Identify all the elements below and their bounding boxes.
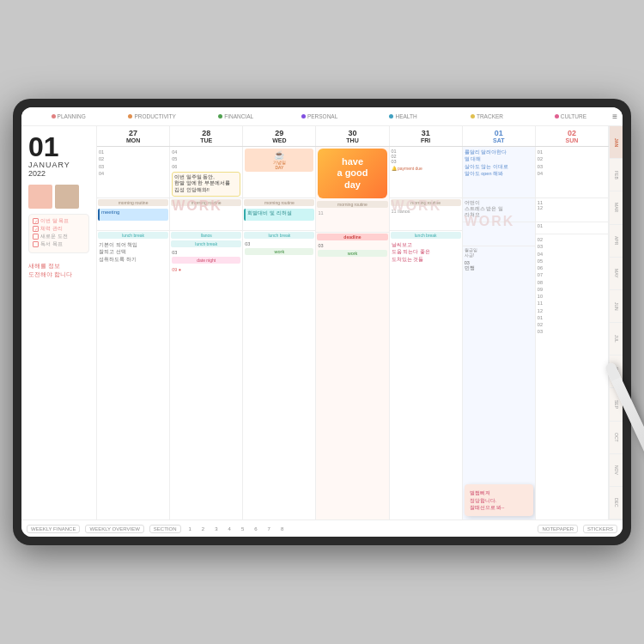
page-7[interactable]: 7 xyxy=(265,526,273,532)
btn-weekly-overview[interactable]: WEEKLY OVERVIEW xyxy=(85,525,143,533)
page-8[interactable]: 8 xyxy=(278,526,286,532)
event-lunch-wed: lunch break xyxy=(244,232,314,239)
calendar-area: 27 MON 28 TUE 29 WED 30 THU xyxy=(97,126,609,519)
nav-health[interactable]: HEALTH xyxy=(361,113,445,119)
event-date-night: date night xyxy=(172,257,240,264)
day-col-mon: 01020304 morning routine 11 meeting meet… xyxy=(97,147,170,519)
top-nav: PLANNING PRODUCTIVITY FINANCIAL PERSONAL… xyxy=(21,107,623,126)
calendar-body: 01020304 morning routine 11 meeting meet… xyxy=(97,147,609,519)
event-wed-11: 회발대비 및 리허설 xyxy=(244,209,314,221)
event-work-wed: work xyxy=(245,248,313,255)
todo-item: 독서 목표 xyxy=(33,241,85,247)
day-header-fri: 31 FRI xyxy=(390,126,463,146)
todo-item: ✓ 이번 달 목표 xyxy=(33,218,85,224)
page-3[interactable]: 3 xyxy=(212,526,220,532)
month-tab-dec[interactable]: DEC xyxy=(610,487,623,519)
event-lunch-tue: lunch break xyxy=(171,240,241,247)
nav-personal[interactable]: PERSONAL xyxy=(277,113,361,119)
page-1[interactable]: 1 xyxy=(186,526,194,532)
event-work-thu: work xyxy=(318,250,386,257)
month-tab-may[interactable]: MAY xyxy=(610,258,623,290)
sticky-note-tan xyxy=(55,185,79,209)
day-header-sat: 01 SAT xyxy=(463,126,536,146)
todo-item: 새로운 도전 xyxy=(33,234,85,240)
month-tab-jun[interactable]: JUN xyxy=(610,290,623,323)
right-month-panel: JAN FEB MAR APR MAY JUN JUL AUG SEP OCT … xyxy=(609,126,623,519)
btn-section[interactable]: SECTION xyxy=(149,525,181,533)
sticky-notes xyxy=(28,185,89,209)
month-tab-apr[interactable]: APR xyxy=(610,225,623,258)
event-meeting: meeting xyxy=(98,209,168,221)
todo-list: ✓ 이번 달 목표 ✓ 체력 관리 새로운 도전 독서 목표 xyxy=(28,214,89,253)
page-2[interactable]: 2 xyxy=(199,526,207,532)
page-4[interactable]: 4 xyxy=(226,526,234,532)
day-col-fri: 010203 🔔 payment due morning routine WOR… xyxy=(390,147,463,519)
page-5[interactable]: 5 xyxy=(239,526,246,532)
payment-due: 🔔 payment due xyxy=(392,166,460,171)
day-col-sat: 를달리 달려야한다멀 대해살아도 않는 이대로알아도 open 해봐 어떤이스트… xyxy=(463,147,536,519)
day-col-tue: 040506 이번 일주일 동안,한발 앞에 한 부분에서를김성 인당해와!! … xyxy=(170,147,243,519)
day-header-thu: 30 THU xyxy=(316,126,389,146)
sticky-note-pink xyxy=(28,185,52,209)
sidebar-note: 새해를 정보도전해야 합니다 xyxy=(28,262,89,279)
tablet-screen: PLANNING PRODUCTIVITY FINANCIAL PERSONAL… xyxy=(21,107,623,537)
work-text-fri: WORK xyxy=(392,198,442,214)
day-header-mon: 27 MON xyxy=(97,126,170,146)
todo-check xyxy=(33,241,39,247)
todo-check xyxy=(33,234,39,240)
btn-weekly-finance[interactable]: WEEKLY FINANCE xyxy=(27,525,80,533)
event-llanos-tue: llanos xyxy=(171,232,241,239)
morning-routine-wed: morning routine xyxy=(244,199,314,206)
work-text-tue: WORK xyxy=(172,198,222,214)
month-tab-oct[interactable]: OCT xyxy=(610,422,623,454)
nav-tracker[interactable]: TRACKER xyxy=(445,113,528,119)
month-name: JANUARY xyxy=(28,161,89,169)
month-tab-feb[interactable]: FEB xyxy=(610,159,623,191)
todo-check: ✓ xyxy=(33,226,39,232)
tue-note: 이번 일주일 동안,한발 앞에 한 부분에서를김성 인당해와!! xyxy=(172,172,240,197)
day-header-sun: 02 SUN xyxy=(536,126,609,146)
day-col-sun: 01020304 1112 01 02030405060708091011120… xyxy=(536,147,609,519)
nav-culture[interactable]: CULTURE xyxy=(529,113,612,119)
sticky-note-calendar: 벌쩝삐져정당합니다.잘때선으로 봐~ xyxy=(465,484,533,516)
month-tab-jul[interactable]: JUL xyxy=(610,323,623,355)
left-sidebar: 01 JANUARY 2022 ✓ 이번 달 목표 ✓ 체력 관리 xyxy=(21,126,97,519)
event-deadline: deadline xyxy=(317,234,387,240)
good-day-card: havea goodday xyxy=(318,149,386,198)
btn-stickers[interactable]: STICKERS xyxy=(583,525,617,533)
main-content: 01 JANUARY 2022 ✓ 이번 달 목표 ✓ 체력 관리 xyxy=(21,126,623,519)
morning-routine-thu: morning routine xyxy=(317,201,387,208)
bottom-toolbar: WEEKLY FINANCE WEEKLY OVERVIEW SECTION 1… xyxy=(21,519,623,537)
month-tab-nov[interactable]: NOV xyxy=(610,454,623,487)
calendar-header: 27 MON 28 TUE 29 WED 30 THU xyxy=(97,126,609,147)
hamburger-menu[interactable]: ≡ xyxy=(612,112,617,121)
page-6[interactable]: 6 xyxy=(252,526,259,532)
month-tab-jan[interactable]: JAN xyxy=(610,126,623,159)
day-col-thu: havea goodday morning routine 11 deadlin… xyxy=(316,147,389,519)
year: 2022 xyxy=(28,169,89,178)
work-text-sat: WORK xyxy=(465,214,515,229)
month-tab-mar[interactable]: MAR xyxy=(610,191,623,224)
event-lunch-fri: lunch break xyxy=(391,232,461,239)
tablet-frame: PLANNING PRODUCTIVITY FINANCIAL PERSONAL… xyxy=(13,99,631,545)
day-header-tue: 28 TUE xyxy=(170,126,243,146)
nav-planning[interactable]: PLANNING xyxy=(27,113,110,119)
btn-notepaper[interactable]: NOTEPAPER xyxy=(538,525,578,533)
morning-routine-mon: morning routine xyxy=(98,199,168,206)
event-date-night-dot: 09 ● xyxy=(172,265,240,272)
day-col-wed: ☕ 기념일DAY morning routine 11 회발대비 및 리허설 l… xyxy=(243,147,316,519)
day-header-wed: 29 WED xyxy=(243,126,316,146)
nav-financial[interactable]: FINANCIAL xyxy=(194,113,277,119)
wed-day-sticker: ☕ 기념일DAY xyxy=(245,149,313,172)
nav-productivity[interactable]: PRODUCTIVITY xyxy=(110,113,193,119)
event-lunch-mon: lunch break xyxy=(98,232,168,239)
todo-check: ✓ xyxy=(33,218,39,224)
todo-item: ✓ 체력 관리 xyxy=(33,226,85,232)
month-number: 01 xyxy=(28,133,89,161)
